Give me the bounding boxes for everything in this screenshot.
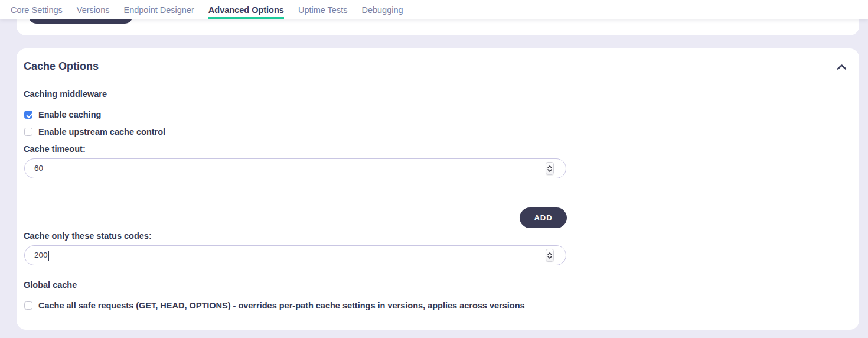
stepper-up-icon <box>547 165 552 168</box>
number-stepper[interactable] <box>546 249 554 262</box>
cache-timeout-input[interactable] <box>34 159 542 177</box>
global-cache-checkbox[interactable] <box>24 301 32 310</box>
global-cache-checkbox-label: Cache all safe requests (GET, HEAD, OPTI… <box>38 301 525 310</box>
text-cursor <box>48 251 49 261</box>
number-stepper[interactable] <box>546 162 554 175</box>
stepper-down-icon <box>547 256 552 259</box>
enable-upstream-checkbox[interactable] <box>24 128 32 136</box>
global-cache-label: Global cache <box>24 280 77 290</box>
status-codes-field <box>24 245 566 265</box>
enable-upstream-checkbox-row[interactable]: Enable upstream cache control <box>24 127 165 136</box>
stepper-down-icon <box>547 169 552 172</box>
status-codes-input[interactable] <box>34 246 542 264</box>
tab-advanced-options[interactable]: Advanced Options <box>208 0 284 19</box>
tab-versions[interactable]: Versions <box>77 0 110 19</box>
cache-options-card: Cache Options Caching middleware Enable … <box>17 48 859 330</box>
cache-options-title: Cache Options <box>24 60 99 73</box>
tab-uptime-tests[interactable]: Uptime Tests <box>298 0 348 19</box>
collapse-section-button[interactable] <box>836 63 847 71</box>
tab-bar: Core Settings Versions Endpoint Designer… <box>0 0 868 19</box>
enable-caching-checkbox-row[interactable]: Enable caching <box>24 110 101 119</box>
caching-middleware-label: Caching middleware <box>24 89 107 99</box>
enable-upstream-label: Enable upstream cache control <box>38 127 165 136</box>
tab-core-settings[interactable]: Core Settings <box>11 0 63 19</box>
tab-debugging[interactable]: Debugging <box>361 0 403 19</box>
enable-caching-label: Enable caching <box>38 110 101 119</box>
status-codes-label: Cache only these status codes: <box>24 231 152 240</box>
tab-endpoint-designer[interactable]: Endpoint Designer <box>123 0 194 19</box>
global-cache-checkbox-row[interactable]: Cache all safe requests (GET, HEAD, OPTI… <box>24 301 525 310</box>
cache-timeout-label: Cache timeout: <box>24 144 86 154</box>
stepper-up-icon <box>547 252 552 255</box>
enable-caching-checkbox[interactable] <box>24 110 32 119</box>
cache-timeout-field <box>24 158 566 178</box>
add-button[interactable]: ADD <box>520 207 567 228</box>
chevron-up-icon <box>837 64 847 70</box>
